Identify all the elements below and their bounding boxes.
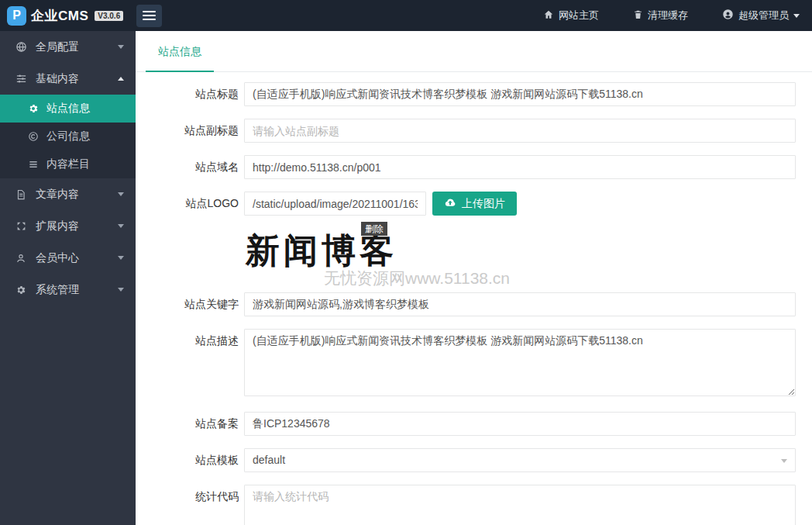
sliders-icon bbox=[15, 73, 27, 85]
user-icon bbox=[15, 253, 27, 264]
sidebar-item-content-columns[interactable]: 内容栏目 bbox=[0, 150, 136, 178]
admin-label: 超级管理员 bbox=[738, 9, 789, 22]
stats-code-textarea[interactable] bbox=[244, 485, 796, 525]
form-row-site-template: 站点模板 default bbox=[136, 448, 812, 472]
document-icon bbox=[15, 189, 27, 200]
copyright-icon bbox=[27, 131, 39, 142]
main-content: 站点信息 站点标题 站点副标题 站点域名 bbox=[136, 31, 812, 525]
brand-name: 企业CMS bbox=[31, 7, 88, 25]
site-domain-input[interactable] bbox=[244, 155, 796, 179]
chevron-down-icon bbox=[118, 288, 124, 292]
brand[interactable]: P 企业CMS V3.0.6 bbox=[0, 6, 133, 26]
site-info-form: 站点标题 站点副标题 站点域名 站点LOGO bbox=[136, 72, 812, 525]
sidebar-item-label: 全局配置 bbox=[36, 40, 79, 54]
upload-image-label: 上传图片 bbox=[462, 197, 505, 211]
site-subtitle-input[interactable] bbox=[244, 119, 796, 143]
site-keywords-input[interactable] bbox=[244, 292, 796, 316]
site-template-select[interactable]: default bbox=[244, 448, 796, 472]
upload-image-button[interactable]: 上传图片 bbox=[432, 192, 517, 216]
gear-icon bbox=[27, 103, 39, 114]
topbar-menu: 网站主页 清理缓存 超级管理员 bbox=[543, 9, 812, 22]
sidebar-item-extended-content[interactable]: 扩展内容 bbox=[0, 210, 136, 242]
home-icon bbox=[543, 9, 554, 22]
site-home-label: 网站主页 bbox=[559, 9, 599, 22]
form-row-site-keywords: 站点关键字 bbox=[136, 292, 812, 316]
sidebar-item-site-info[interactable]: 站点信息 bbox=[0, 95, 136, 123]
chevron-down-icon bbox=[781, 459, 787, 463]
chevron-down-icon bbox=[118, 45, 124, 49]
sidebar-item-basic-content[interactable]: 基础内容 bbox=[0, 63, 136, 95]
field-label: 站点域名 bbox=[136, 155, 244, 179]
trash-icon bbox=[633, 9, 643, 22]
form-row-site-title: 站点标题 bbox=[136, 82, 812, 106]
delete-logo-button[interactable]: 删除 bbox=[361, 222, 387, 236]
site-logo-preview: 删除 新闻博客 无忧资源网www.51138.cn bbox=[244, 220, 647, 288]
list-icon bbox=[27, 159, 39, 170]
field-label: 站点副标题 bbox=[136, 119, 244, 143]
field-label: 站点标题 bbox=[136, 82, 244, 106]
selected-template-value: default bbox=[253, 454, 285, 466]
site-title-input[interactable] bbox=[244, 82, 796, 106]
form-row-site-icp: 站点备案 bbox=[136, 412, 812, 436]
sidebar: 全局配置 基础内容 站点信息 公司信息 bbox=[0, 31, 136, 525]
cloud-upload-icon bbox=[444, 196, 456, 211]
chevron-down-icon bbox=[118, 192, 124, 196]
site-icp-input[interactable] bbox=[244, 412, 796, 436]
sidebar-item-system-management[interactable]: 系统管理 bbox=[0, 274, 136, 306]
admin-dropdown[interactable]: 超级管理员 bbox=[722, 9, 800, 22]
field-label: 站点关键字 bbox=[136, 292, 244, 316]
gear-icon bbox=[15, 285, 27, 295]
sidebar-item-label: 基础内容 bbox=[36, 72, 79, 86]
version-badge: V3.0.6 bbox=[95, 11, 123, 21]
sidebar-item-label: 公司信息 bbox=[46, 130, 90, 143]
clear-cache-link[interactable]: 清理缓存 bbox=[633, 9, 688, 22]
globe-icon bbox=[15, 41, 27, 53]
form-row-stats-code: 统计代码 bbox=[136, 485, 812, 525]
sidebar-item-label: 系统管理 bbox=[36, 283, 79, 297]
field-label: 站点描述 bbox=[136, 329, 244, 353]
sidebar-item-member-center[interactable]: 会员中心 bbox=[0, 242, 136, 274]
chevron-up-icon bbox=[118, 77, 124, 81]
form-row-site-domain: 站点域名 bbox=[136, 155, 812, 179]
sidebar-toggle-button[interactable] bbox=[136, 5, 162, 27]
topbar: P 企业CMS V3.0.6 网站主页 清理缓存 超级管理员 bbox=[0, 0, 812, 31]
site-logo-path-input[interactable] bbox=[244, 192, 426, 216]
sidebar-item-label: 站点信息 bbox=[46, 102, 90, 116]
form-row-site-subtitle: 站点副标题 bbox=[136, 119, 812, 143]
sidebar-item-label: 内容栏目 bbox=[46, 157, 90, 171]
sidebar-item-label: 文章内容 bbox=[36, 188, 79, 202]
expand-icon bbox=[15, 221, 27, 231]
tab-bar: 站点信息 bbox=[136, 31, 812, 72]
chevron-down-icon bbox=[118, 256, 124, 260]
chevron-down-icon bbox=[793, 14, 800, 18]
sidebar-item-company-info[interactable]: 公司信息 bbox=[0, 123, 136, 150]
sidebar-item-label: 扩展内容 bbox=[36, 219, 79, 233]
field-label: 站点备案 bbox=[136, 412, 244, 436]
sidebar-submenu: 站点信息 公司信息 内容栏目 bbox=[0, 95, 136, 178]
chevron-down-icon bbox=[118, 224, 124, 228]
form-row-site-logo: 站点LOGO 上传图片 bbox=[136, 192, 812, 216]
sidebar-item-global-config[interactable]: 全局配置 bbox=[0, 31, 136, 63]
sidebar-item-article-content[interactable]: 文章内容 bbox=[0, 178, 136, 210]
clear-cache-label: 清理缓存 bbox=[648, 9, 688, 22]
user-circle-icon bbox=[722, 9, 734, 22]
site-description-textarea[interactable]: (自适应手机版)响应式新闻资讯技术博客织梦模板 游戏新闻网站源码下载51138.… bbox=[244, 329, 796, 396]
field-label: 统计代码 bbox=[136, 485, 244, 509]
field-label: 站点模板 bbox=[136, 448, 244, 472]
form-row-site-description: 站点描述 (自适应手机版)响应式新闻资讯技术博客织梦模板 游戏新闻网站源码下载5… bbox=[136, 329, 812, 399]
logo-watermark-text: 无忧资源网www.51138.cn bbox=[324, 268, 510, 289]
pbootcms-logo-icon: P bbox=[7, 6, 26, 26]
site-home-link[interactable]: 网站主页 bbox=[543, 9, 599, 22]
tab-site-info[interactable]: 站点信息 bbox=[146, 45, 214, 72]
sidebar-item-label: 会员中心 bbox=[36, 251, 79, 265]
field-label: 站点LOGO bbox=[136, 192, 244, 216]
